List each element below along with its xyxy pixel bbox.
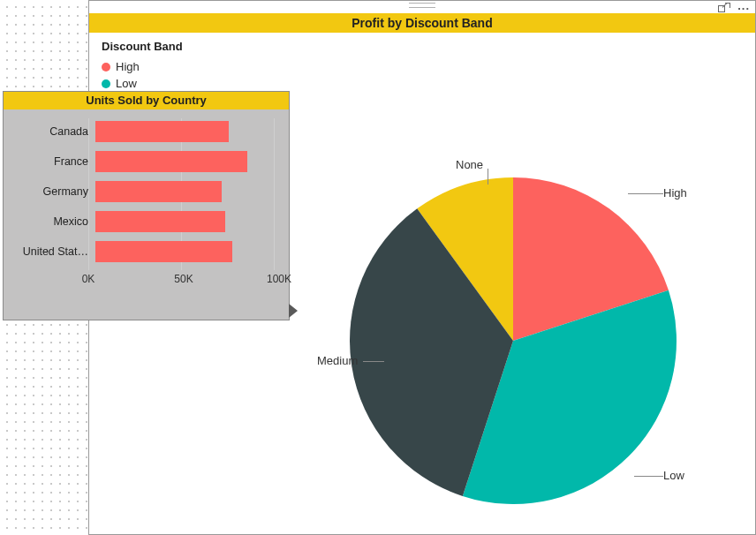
legend-item[interactable]: High: [102, 60, 183, 73]
bar-track: [95, 240, 281, 263]
bar-fill: [95, 211, 225, 232]
bar-track: [95, 210, 281, 233]
bar-row[interactable]: Germany: [4, 178, 289, 205]
bar-row[interactable]: Mexico: [4, 208, 289, 235]
bar-category-label: France: [4, 155, 95, 168]
bar-fill: [95, 241, 232, 262]
leader-line: [363, 361, 384, 362]
pie-slice-label-low: Low: [663, 469, 684, 482]
bar-fill: [95, 121, 229, 142]
bar-track: [95, 180, 281, 203]
legend-swatch-icon: [102, 63, 110, 72]
bar-category-label: Canada: [4, 125, 95, 138]
tooltip-pointer-icon: [289, 304, 298, 318]
bar-fill: [95, 181, 222, 202]
bar-row[interactable]: Canada: [4, 118, 289, 145]
drag-handle-icon[interactable]: [409, 3, 435, 8]
bar-category-label: Mexico: [4, 215, 95, 228]
legend-item-label: Low: [116, 77, 137, 90]
legend-item-label: High: [116, 60, 140, 73]
pie-slice-label-medium: Medium: [317, 354, 358, 367]
bar-track: [95, 120, 281, 143]
leader-line: [628, 193, 663, 194]
pie-slice-label-high: High: [663, 186, 687, 200]
bar-track: [95, 150, 281, 173]
pie-chart[interactable]: High Low Medium None: [284, 133, 743, 522]
bar-row[interactable]: France: [4, 148, 289, 175]
leader-line: [634, 476, 663, 477]
axis-tick: 0K: [82, 273, 95, 285]
legend-swatch-icon: [102, 79, 110, 88]
visual-title: Profit by Discount Band: [89, 13, 755, 33]
bar-fill: [95, 151, 247, 172]
axis-tick: 100K: [267, 273, 291, 285]
leader-line: [488, 169, 488, 185]
bar-category-label: Germany: [4, 185, 95, 198]
legend-title: Discount Band: [102, 40, 183, 53]
bar-chart: CanadaFranceGermanyMexicoUnited Stat…: [4, 118, 289, 268]
tooltip-visual-units-sold-by-country: Units Sold by Country CanadaFranceGerman…: [3, 91, 290, 320]
tooltip-title: Units Sold by Country: [4, 92, 289, 109]
bar-category-label: United Stat…: [4, 245, 95, 258]
x-axis: 0K 50K 100K: [88, 273, 279, 290]
axis-tick: 50K: [174, 273, 193, 285]
bar-row[interactable]: United Stat…: [4, 238, 289, 265]
pie-slice-label-none: None: [456, 158, 483, 171]
legend-item[interactable]: Low: [102, 77, 183, 90]
